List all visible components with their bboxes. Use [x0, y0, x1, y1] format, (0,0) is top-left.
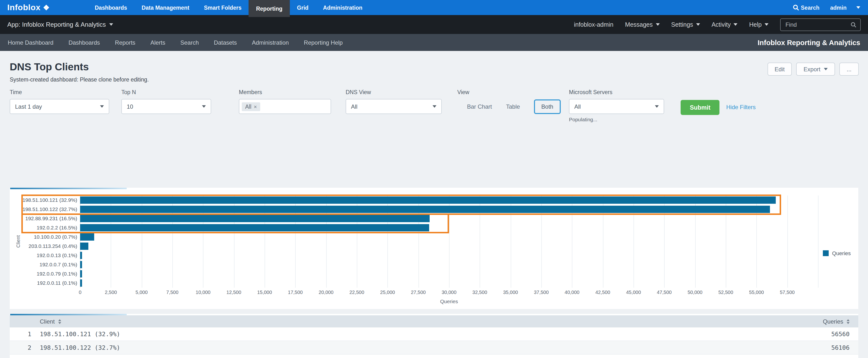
queries-column-header[interactable]: Queries: [823, 318, 858, 325]
bar-198-51-100-121-32-9[interactable]: [80, 196, 776, 204]
find-input[interactable]: [784, 21, 850, 28]
bar-203-0-113-254-0-4[interactable]: [80, 242, 89, 250]
y-axis-labels: 198.51.100.121 (32.9%)198.51.100.122 (32…: [10, 195, 77, 288]
app-bar-menu-help[interactable]: Help: [749, 21, 769, 28]
top-nav-items: DashboardsData ManagementSmart FoldersRe…: [88, 0, 370, 15]
secondary-nav-item-home-dashboard[interactable]: Home Dashboard: [8, 39, 53, 46]
bar-chart-panel: Client 198.51.100.121 (32.9%)198.51.100.…: [10, 188, 858, 309]
chart-plot-area: 02,5005,0007,50010,00012,50015,00017,500…: [80, 195, 818, 288]
chart-legend[interactable]: Queries: [823, 250, 851, 256]
y-axis-label: 203.0.113.254 (0.4%): [10, 241, 77, 251]
bar-198-51-100-122-32-7[interactable]: [80, 206, 770, 213]
hide-filters-link[interactable]: Hide Filters: [726, 104, 755, 110]
x-axis-tick: 30,000: [441, 290, 456, 295]
more-actions-button[interactable]: ...: [839, 63, 859, 76]
app-selector[interactable]: App: Infoblox Reporting & Analytics: [7, 21, 113, 28]
user-menu[interactable]: admin: [830, 5, 847, 10]
app-selector-label: App: Infoblox Reporting & Analytics: [7, 21, 106, 28]
app-bar-menu-settings[interactable]: Settings: [671, 21, 700, 28]
top-n-value: 10: [127, 103, 133, 110]
bar-chart: Client 198.51.100.121 (32.9%)198.51.100.…: [10, 195, 858, 288]
submit-button[interactable]: Submit: [681, 100, 720, 115]
top-nav-item-data-management[interactable]: Data Management: [134, 0, 196, 15]
top-n-label: Top N: [121, 89, 211, 95]
find-box[interactable]: [780, 18, 861, 31]
edit-button[interactable]: Edit: [767, 63, 792, 76]
top-nav-item-smart-folders[interactable]: Smart Folders: [196, 0, 249, 15]
secondary-nav-item-search[interactable]: Search: [180, 39, 199, 46]
top-nav-item-dashboards[interactable]: Dashboards: [88, 0, 134, 15]
app-selector-caret-icon: [109, 23, 113, 26]
bar-192-0-0-7-0-1[interactable]: [80, 261, 82, 268]
secondary-nav-item-reports[interactable]: Reports: [115, 39, 135, 46]
client-column-header[interactable]: Client: [10, 318, 61, 325]
secondary-nav-item-alerts[interactable]: Alerts: [151, 39, 165, 46]
populating-status: Populating...: [569, 117, 664, 122]
x-axis-tick: 27,500: [411, 290, 426, 295]
y-axis-label: 198.51.100.121 (32.9%): [10, 195, 77, 205]
table-row[interactable]: 1198.51.100.121 (32.9%)56560: [10, 327, 858, 341]
table-row[interactable]: 3192.88.99.231 (16.5%)28412: [10, 355, 858, 358]
global-search-button[interactable]: Search: [793, 4, 820, 11]
y-axis-label: 192.0.0.7 (0.1%): [10, 260, 77, 269]
menu-label: infoblox-admin: [574, 21, 613, 28]
x-axis-tick: 10,000: [196, 290, 211, 295]
filter-dns-view: DNS View All: [346, 89, 442, 114]
app-bar: App: Infoblox Reporting & Analytics info…: [0, 15, 868, 34]
table-body: 1198.51.100.121 (32.9%)565602198.51.100.…: [10, 327, 858, 358]
infoblox-logo[interactable]: Infoblox ❖: [7, 0, 50, 15]
view-option-bar-chart[interactable]: Bar Chart: [467, 103, 492, 110]
view-option-table[interactable]: Table: [506, 103, 520, 110]
page-title: DNS Top Clients: [10, 61, 858, 73]
y-axis-label: 192.88.99.231 (16.5%): [10, 214, 77, 223]
x-axis-tick: 17,500: [288, 290, 303, 295]
x-axis-tick: 22,500: [349, 290, 364, 295]
time-dropdown[interactable]: Last 1 day: [10, 99, 109, 114]
menu-caret-icon: [696, 23, 700, 26]
bar-192-0-0-11-0-1[interactable]: [80, 280, 82, 287]
bar-192-0-0-13-0-1[interactable]: [80, 252, 82, 259]
dns-view-value: All: [351, 103, 358, 110]
menu-caret-icon: [765, 23, 769, 26]
top-nav-item-reporting[interactable]: Reporting: [249, 0, 290, 17]
secondary-nav-item-administration[interactable]: Administration: [252, 39, 289, 46]
y-axis-label: 198.51.100.122 (32.7%): [10, 205, 77, 214]
top-nav-item-administration[interactable]: Administration: [316, 0, 370, 15]
members-multiselect[interactable]: All ×: [239, 99, 331, 114]
app-bar-menu-messages[interactable]: Messages: [625, 21, 659, 28]
app-title: Infoblox Reporting & Analytics: [757, 39, 860, 46]
menu-label: Settings: [671, 21, 693, 28]
menu-label: Activity: [711, 21, 731, 28]
bar-192-88-99-231-16-5[interactable]: [80, 215, 430, 222]
secondary-nav-items: Home DashboardDashboardsReportsAlertsSea…: [8, 39, 343, 46]
app-bar-menu-activity[interactable]: Activity: [711, 21, 737, 28]
microsoft-servers-label: Microsoft Servers: [569, 89, 664, 95]
x-axis-tick: 50,000: [688, 290, 703, 295]
menu-label: Messages: [625, 21, 653, 28]
top-nav-item-grid[interactable]: Grid: [290, 0, 316, 15]
x-axis-tick: 52,500: [718, 290, 733, 295]
page-header: DNS Top Clients System-created dashboard…: [0, 51, 868, 83]
secondary-nav-item-datasets[interactable]: Datasets: [214, 39, 237, 46]
dns-view-dropdown[interactable]: All: [346, 99, 442, 114]
top-n-dropdown[interactable]: 10: [121, 99, 211, 114]
bar-192-0-0-79-0-1[interactable]: [80, 270, 82, 278]
app-bar-menu-infoblox-admin[interactable]: infoblox-admin: [574, 21, 613, 28]
top-nav-bar: Infoblox ❖ DashboardsData ManagementSmar…: [0, 0, 868, 15]
table-row[interactable]: 2198.51.100.122 (32.7%)56106: [10, 341, 858, 355]
bar-10-100-0-20-0-7[interactable]: [80, 233, 94, 240]
secondary-nav-item-dashboards[interactable]: Dashboards: [68, 39, 100, 46]
members-label: Members: [239, 89, 331, 95]
microsoft-servers-dropdown[interactable]: All: [569, 99, 664, 114]
y-axis-label: 192.0.0.13 (0.1%): [10, 251, 77, 260]
remove-tag-icon[interactable]: ×: [254, 104, 257, 109]
sort-icon: [58, 319, 61, 324]
bar-192-0-2-2-16-5[interactable]: [80, 224, 429, 231]
filters-bar: Time Last 1 day Top N 10 Members All: [0, 89, 868, 134]
secondary-nav-item-reporting-help[interactable]: Reporting Help: [304, 39, 343, 46]
export-button[interactable]: Export: [796, 63, 835, 76]
user-menu-caret-icon[interactable]: [856, 6, 860, 9]
x-axis-tick: 12,500: [226, 290, 241, 295]
view-option-both[interactable]: Both: [534, 99, 560, 114]
x-axis-tick: 47,500: [657, 290, 672, 295]
